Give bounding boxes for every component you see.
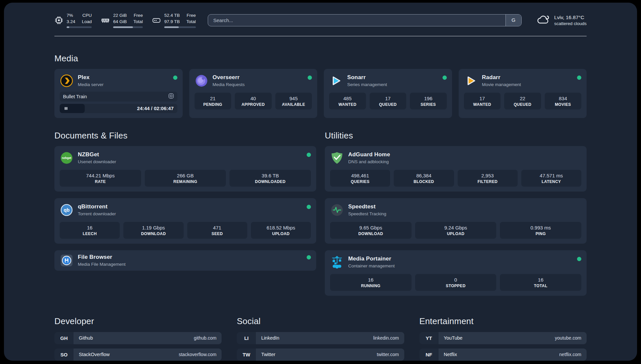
card-speedtest[interactable]: Speedtest Speedtest Tracking 9.65 GbpsDO… <box>325 198 587 244</box>
stat-ping: 0.993 msPING <box>500 222 581 239</box>
bookmark-url: linkedin.com <box>373 335 399 341</box>
bookmarks-entertainment: Entertainment YT YouTubeyoutube.com NF N… <box>419 316 587 361</box>
weather-location-temp: Lviv, 16.87°C <box>554 15 587 20</box>
cpu-progress-bar <box>67 26 92 28</box>
bookmark-url: youtube.com <box>555 335 581 341</box>
pause-button[interactable] <box>60 104 85 113</box>
card-adguard[interactable]: AdGuard Home DNS and adblocking 498,461Q… <box>325 146 587 192</box>
resource-widgets: 7%3.24 CPULoad 22 GiB64 GiB <box>54 13 196 28</box>
stat-series: 196SERIES <box>410 93 447 109</box>
bookmark-url: twitter.com <box>377 352 399 357</box>
stat-total: 16TOTAL <box>500 274 581 291</box>
stat-rate: 744.21 MbpsRATE <box>60 170 141 187</box>
app-name: Radarr <box>482 74 573 81</box>
nzbget-icon: nzbget <box>60 151 74 165</box>
stat-pending: 21PENDING <box>195 93 231 109</box>
header-divider <box>54 36 587 36</box>
status-dot <box>307 153 311 157</box>
app-name: Overseerr <box>213 74 304 81</box>
radarr-icon <box>464 74 478 88</box>
search-input[interactable] <box>208 15 505 26</box>
bookmark-url: netflix.com <box>559 352 581 357</box>
stat-queued: 22QUEUED <box>504 93 541 109</box>
status-dot <box>443 76 447 80</box>
disk-label-1: Free <box>186 13 196 19</box>
weather-widget[interactable]: Lviv, 16.87°C scattered clouds <box>536 14 587 26</box>
now-playing-title: Bullet Train <box>63 94 87 99</box>
bookmark-github[interactable]: GH Githubgithub.com <box>54 332 222 344</box>
status-dot <box>577 76 581 80</box>
cpu-label-1: CPU <box>82 13 92 19</box>
section-title-documents: Documents & Files <box>54 131 316 141</box>
cpu-label-2: Load <box>82 19 92 25</box>
now-playing-row: Bullet Train <box>60 92 177 102</box>
memory-label-1: Free <box>134 13 143 19</box>
section-title-media: Media <box>54 53 587 64</box>
app-name: Sonarr <box>347 74 438 81</box>
disk-progress-bar <box>164 26 196 28</box>
bookmark-name: YouTube <box>444 335 463 341</box>
app-desc: DNS and adblocking <box>348 159 581 164</box>
card-filebrowser[interactable]: File Browser Media File Management <box>54 250 316 271</box>
cloud-icon <box>536 14 550 26</box>
card-nzbget[interactable]: nzbget NZBGet Usenet downloader 744.21 M… <box>54 146 316 192</box>
player-settings-icon[interactable] <box>168 93 174 100</box>
bookmark-url: stackoverflow.com <box>179 352 216 357</box>
app-name: NZBGet <box>78 151 302 158</box>
section-title-social: Social <box>237 316 404 326</box>
search-bar: G <box>208 14 522 26</box>
status-dot <box>307 205 311 209</box>
disk-widget: 52.4 TB97.9 TB FreeTotal <box>152 13 196 28</box>
bookmark-twitter[interactable]: TW Twittertwitter.com <box>237 349 404 361</box>
bookmark-abbr: GH <box>54 332 74 344</box>
status-dot <box>307 255 311 259</box>
stat-remaining: 266 GBREMAINING <box>145 170 226 187</box>
stat-wanted: 17WANTED <box>464 93 501 109</box>
speedtest-icon <box>330 203 344 217</box>
app-desc: Container management <box>348 263 573 268</box>
card-qbittorrent[interactable]: qb qBittorrent Torrent downloader 16LEEC… <box>54 198 316 244</box>
app-desc: Torrent downloader <box>78 211 302 216</box>
bookmark-name: LinkedIn <box>261 335 279 341</box>
card-plex[interactable]: Plex Media server Bullet Train 24:44 / 0… <box>54 69 183 118</box>
app-name: File Browser <box>78 254 302 260</box>
filebrowser-icon <box>60 254 74 267</box>
card-portainer[interactable]: Media Portainer Container management 16R… <box>325 250 587 296</box>
bookmark-netflix[interactable]: NF Netflixnetflix.com <box>419 349 587 361</box>
cpu-usage: 7% <box>67 13 75 19</box>
adguard-icon <box>330 151 344 165</box>
memory-widget: 22 GiB64 GiB FreeTotal <box>101 13 143 28</box>
stat-upload: 618.52 MbpsUPLOAD <box>251 222 311 239</box>
svg-text:nzbget: nzbget <box>62 156 72 160</box>
status-dot <box>577 257 581 261</box>
app-desc: Media File Management <box>78 262 302 267</box>
app-desc: Media server <box>78 82 169 87</box>
cpu-widget: 7%3.24 CPULoad <box>54 13 92 28</box>
bookmark-linkedin[interactable]: LI LinkedInlinkedin.com <box>237 332 404 344</box>
card-overseerr[interactable]: Overseerr Media Requests 21PENDING 40APP… <box>189 69 318 118</box>
bookmark-stackoverflow[interactable]: SO StackOverflowstackoverflow.com <box>54 349 222 361</box>
memory-label-2: Total <box>134 19 143 25</box>
app-desc: Movie management <box>482 82 573 87</box>
stat-downloaded: 39.6 TBDOWNLOADED <box>229 170 311 187</box>
bookmarks-developer: Developer GH Githubgithub.com SO StackOv… <box>54 316 222 361</box>
search-provider-button[interactable]: G <box>505 15 521 26</box>
app-desc: Series management <box>347 82 438 87</box>
bookmark-abbr: NF <box>419 349 439 361</box>
app-name: qBittorrent <box>78 203 302 210</box>
stat-filtered: 2,953FILTERED <box>458 170 518 187</box>
card-sonarr[interactable]: Sonarr Series management 485WANTED 17QUE… <box>324 69 452 118</box>
bookmark-name: StackOverflow <box>79 352 109 357</box>
disk-label-2: Total <box>186 19 196 25</box>
card-radarr[interactable]: Radarr Movie management 17WANTED 22QUEUE… <box>459 69 587 118</box>
overseerr-icon <box>195 74 208 88</box>
sonarr-icon <box>329 74 343 88</box>
utilities-column: Utilities AdGuard Home DNS and a <box>325 131 587 296</box>
bookmark-youtube[interactable]: YT YouTubeyoutube.com <box>419 332 587 344</box>
pause-icon <box>64 106 69 111</box>
bookmark-name: Netflix <box>444 352 457 357</box>
stat-stopped: 0STOPPED <box>415 274 497 291</box>
disk-total: 97.9 TB <box>164 19 180 25</box>
section-title-developer: Developer <box>54 316 222 326</box>
app-name: AdGuard Home <box>348 151 581 158</box>
